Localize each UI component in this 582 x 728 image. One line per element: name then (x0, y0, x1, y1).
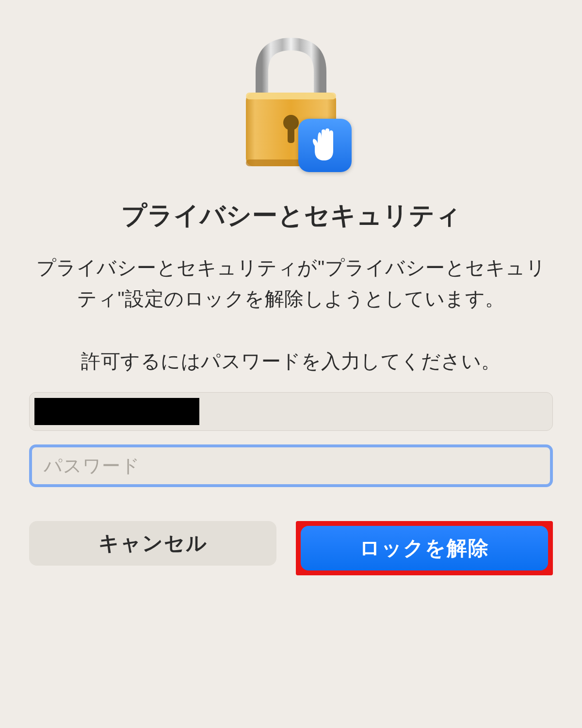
dialog-title: プライバシーとセキュリティ (121, 199, 461, 233)
privacy-badge (298, 119, 352, 172)
dialog-message: プライバシーとセキュリティが"プライバシーとセキュリティ"設定のロックを解除しよ… (29, 252, 553, 314)
auth-dialog: プライバシーとセキュリティ プライバシーとセキュリティが"プライバシーとセキュリ… (0, 0, 582, 609)
svg-rect-4 (288, 127, 294, 143)
button-row: キャンセル ロックを解除 (29, 521, 553, 575)
credentials-group (29, 392, 553, 487)
dialog-prompt: 許可するにはパスワードを入力してください。 (81, 348, 501, 375)
username-field[interactable] (29, 392, 553, 431)
dialog-icon-container (228, 34, 354, 174)
cancel-button[interactable]: キャンセル (29, 521, 276, 566)
hand-privacy-icon (308, 127, 342, 165)
svg-rect-1 (246, 93, 336, 99)
username-redacted (34, 398, 199, 425)
unlock-button[interactable]: ロックを解除 (301, 526, 548, 570)
password-field[interactable] (29, 444, 553, 487)
unlock-button-highlight: ロックを解除 (296, 521, 553, 575)
